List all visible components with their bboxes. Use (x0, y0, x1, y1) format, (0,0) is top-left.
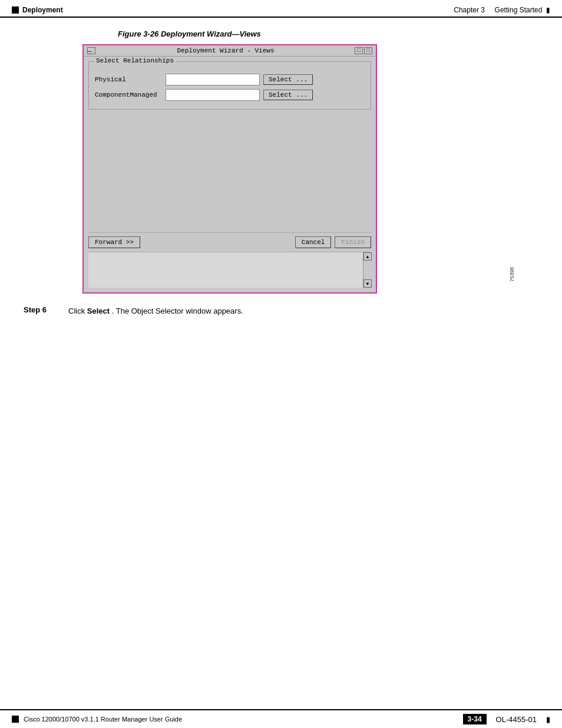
physical-field-row: Physical Select ... (95, 74, 365, 85)
step-section: Step 6 Click Select . The Object Selecto… (24, 305, 538, 317)
dialog-titlebar: — Deployment Wizard - Views □ □ (84, 45, 376, 57)
physical-input[interactable] (166, 74, 260, 85)
finish-button[interactable]: Finish (335, 236, 371, 248)
dialog-close-button[interactable]: □ (364, 47, 372, 54)
dialog-textarea-section: ▲ ▼ (88, 252, 371, 288)
dialog-scrollbar: ▲ ▼ (363, 252, 371, 288)
step-text: Click Select . The Object Selector windo… (68, 305, 243, 317)
component-managed-label: ComponentManaged (95, 91, 166, 98)
dialog-restore-button[interactable]: □ (355, 47, 363, 54)
header-subsection: Deployment (22, 6, 63, 14)
footer-book-title: Cisco 12000/10700 v3.1.1 Router Manager … (24, 716, 182, 723)
component-managed-select-button[interactable]: Select ... (263, 90, 313, 100)
figure-caption: Figure 3-26 Deployment Wizard—Views (118, 29, 538, 38)
dialog-textarea[interactable] (88, 252, 363, 288)
dialog-button-row: Forward >> Cancel Finish (88, 232, 371, 252)
physical-label: Physical (95, 76, 166, 83)
dialog-body: Select Relationships Physical Select ...… (84, 57, 376, 292)
scrollbar-thumb (363, 261, 371, 279)
component-managed-input[interactable] (166, 89, 260, 101)
dialog-title: Deployment Wizard - Views (97, 47, 355, 54)
side-label: 75398 (509, 267, 515, 282)
cancel-button[interactable]: Cancel (295, 236, 332, 248)
dialog-menu-icon[interactable]: — (87, 47, 95, 54)
dialog-wrapper: — Deployment Wizard - Views □ □ Select R… (82, 44, 503, 294)
select-relationships-group: Select Relationships Physical Select ...… (88, 61, 371, 110)
page-footer: Cisco 12000/10700 v3.1.1 Router Manager … (0, 709, 562, 728)
scrollbar-down-arrow[interactable]: ▼ (363, 279, 372, 288)
scrollbar-up-arrow[interactable]: ▲ (363, 252, 372, 261)
header-square-icon (12, 6, 19, 14)
page-header: Deployment Chapter 3 Getting Started ▮ (0, 0, 562, 18)
step-label: Step 6 (24, 305, 59, 314)
footer-doc-number: OL-4455-01 (496, 715, 537, 724)
dialog-window: — Deployment Wizard - Views □ □ Select R… (82, 44, 377, 294)
dialog-title-controls: □ □ (355, 47, 372, 54)
footer-square-icon (12, 716, 19, 723)
header-chapter: Chapter 3 (454, 6, 485, 14)
forward-button[interactable]: Forward >> (88, 236, 140, 248)
step-text-after: . The Object Selector window appears. (112, 307, 243, 315)
page-number: 3-34 (463, 714, 487, 724)
step-bold-text: Select (87, 307, 110, 315)
physical-select-button[interactable]: Select ... (263, 74, 313, 85)
header-left: Deployment (12, 6, 63, 14)
group-box-legend: Select Relationships (94, 57, 176, 64)
footer-right-border: ▮ (546, 715, 550, 724)
dialog-empty-area (88, 114, 371, 232)
main-content: Figure 3-26 Deployment Wizard—Views — De… (0, 18, 562, 329)
component-managed-field-row: ComponentManaged Select ... (95, 89, 365, 101)
header-right: Chapter 3 Getting Started ▮ (454, 6, 550, 14)
right-buttons: Cancel Finish (295, 236, 371, 248)
footer-left: Cisco 12000/10700 v3.1.1 Router Manager … (12, 716, 182, 723)
header-section: Getting Started (495, 6, 543, 14)
